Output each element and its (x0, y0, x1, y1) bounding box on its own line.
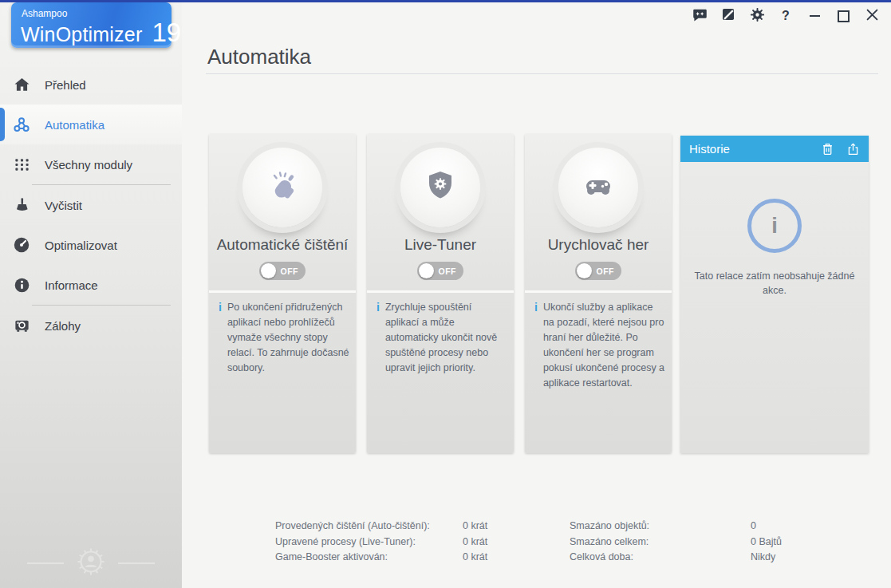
stats-column-right: Smazáno objektů: 0 Smazáno celkem: 0 Baj… (570, 519, 789, 566)
info-circle-icon (12, 275, 31, 294)
stat-row: Upravené procesy (Live-Tuner): 0 krát (275, 535, 500, 551)
stat-row: Provedených čištění (Auto-čištění): 0 kr… (275, 519, 500, 535)
sweeping-brush-icon (264, 168, 301, 207)
stat-value: 0 krát (463, 519, 487, 535)
minimize-icon (810, 15, 820, 17)
sidebar-item-zalohy[interactable]: Zálohy (0, 306, 182, 345)
titlebar-controls: ? (685, 5, 886, 27)
sidebar-item-optimalizovat[interactable]: Optimalizovat (0, 225, 182, 265)
toggle-state-label: OFF (281, 266, 299, 276)
backup-safe-icon (12, 316, 31, 335)
card-title: Live-Tuner (367, 236, 514, 254)
app-logo: Ashampoo WinOptimizer 19 (11, 2, 171, 48)
history-info-icon: i (747, 199, 802, 253)
stat-value: 0 krát (463, 550, 487, 566)
live-tuner-toggle[interactable]: OFF (417, 262, 463, 280)
sidebar-item-label: Přehled (45, 78, 86, 92)
stat-row: Smazáno celkem: 0 Bajtů (570, 535, 789, 551)
sidebar-item-automatika[interactable]: Automatika (0, 105, 182, 144)
toggle-knob (261, 263, 276, 278)
sidebar-item-prehled[interactable]: Přehled (0, 65, 182, 105)
delete-history-button[interactable] (821, 142, 834, 156)
toggle-knob (419, 263, 434, 278)
gear-person-watermark-icon (73, 544, 108, 582)
minimize-button[interactable] (800, 5, 829, 27)
toggle-knob (577, 263, 592, 278)
stat-row: Game-Booster aktivován: 0 krát (275, 550, 500, 566)
card-description: Zrychluje spouštění aplikací a může auto… (385, 300, 507, 376)
card-description: Po ukončení přidružených aplikací nebo p… (227, 300, 349, 376)
watermark-line (27, 562, 64, 564)
sidebar-item-vycistit[interactable]: Vyčistit (0, 185, 182, 225)
auto-clean-circle-button[interactable] (242, 148, 322, 227)
sidebar-item-label: Automatika (45, 118, 104, 132)
toggle-state-label: OFF (439, 266, 457, 276)
info-icon: i (219, 300, 222, 314)
card-live-tuner: Live-Tuner OFF i Zrychluje spouštění apl… (367, 134, 514, 453)
sidebar-item-label: Zálohy (45, 319, 81, 333)
settings-button[interactable] (743, 5, 771, 27)
stats-column-left: Provedených čištění (Auto-čištění): 0 kr… (275, 519, 500, 566)
shield-gear-icon (423, 168, 458, 207)
close-button[interactable] (857, 5, 886, 27)
card-title: Urychlovač her (525, 236, 672, 254)
sidebar-item-vsechny-moduly[interactable]: Všechny moduly (0, 144, 182, 184)
stat-value: 0 krát (463, 535, 487, 551)
export-history-button[interactable] (846, 142, 860, 156)
auto-clean-toggle[interactable]: OFF (259, 262, 306, 280)
stat-label: Smazáno objektů: (570, 519, 751, 535)
home-icon (12, 75, 31, 94)
stat-label: Smazáno celkem: (570, 535, 751, 551)
history-title: Historie (689, 142, 821, 156)
speedometer-icon (12, 235, 31, 255)
stat-value: 0 Bajtů (751, 535, 782, 551)
gear-icon (750, 7, 765, 26)
feedback-bubble-icon (692, 7, 708, 26)
sidebar-item-label: Optimalizovat (45, 239, 117, 252)
feedback-button[interactable] (685, 5, 714, 27)
help-button[interactable]: ? (771, 5, 800, 27)
watermark-line (118, 562, 155, 564)
toggle-state-label: OFF (597, 266, 615, 276)
maximize-button[interactable] (829, 5, 857, 27)
app-window: Ashampoo WinOptimizer 19 Přehled (0, 0, 891, 588)
sidebar-menu: Přehled Automatika (0, 65, 182, 345)
sidebar-item-label: Všechny moduly (45, 158, 132, 172)
stat-label: Celková doba: (570, 550, 751, 566)
sidebar-item-informace[interactable]: Informace (0, 265, 182, 305)
history-panel: Historie (680, 136, 869, 453)
notes-icon (721, 7, 735, 25)
stat-row: Celková doba: Nikdy (570, 550, 789, 566)
card-urychlovac-her: Urychlovač her OFF i Ukončí služby a apl… (525, 134, 672, 453)
card-automaticke-cisteni: Automatické čištění OFF i Po ukončení př… (209, 134, 356, 453)
help-question-icon: ? (782, 9, 790, 23)
sidebar-item-label: Informace (45, 278, 98, 292)
history-empty-message: Tato relace zatím neobsahuje žádné akce. (690, 269, 859, 298)
logo-product: WinOptimizer (21, 23, 142, 46)
card-description: Ukončí služby a aplikace na pozadí, kter… (543, 300, 665, 391)
stat-label: Provedených čištění (Auto-čištění): (275, 519, 463, 535)
card-separator (525, 290, 672, 293)
game-booster-toggle[interactable]: OFF (575, 262, 621, 280)
live-tuner-circle-button[interactable] (400, 148, 480, 227)
broom-icon (12, 195, 31, 215)
sidebar-watermark (0, 544, 182, 582)
notes-button[interactable] (714, 5, 743, 27)
close-icon (866, 9, 878, 24)
stat-label: Game-Booster aktivován: (275, 550, 463, 566)
history-header: Historie (680, 136, 869, 162)
maximize-icon (838, 10, 850, 22)
gamepad-icon (580, 168, 617, 207)
stat-label: Upravené procesy (Live-Tuner): (275, 535, 463, 551)
window-accent-border (0, 0, 891, 2)
logo-version: 19 (152, 18, 181, 48)
stat-value: Nikdy (751, 550, 775, 566)
automation-icon (12, 115, 31, 134)
card-separator (209, 290, 356, 293)
stat-value: 0 (751, 519, 756, 535)
page-title: Automatika (207, 45, 311, 69)
stat-row: Smazáno objektů: 0 (570, 519, 789, 535)
info-icon: i (534, 300, 538, 314)
modules-grid-icon (12, 155, 31, 174)
game-booster-circle-button[interactable] (558, 148, 638, 227)
